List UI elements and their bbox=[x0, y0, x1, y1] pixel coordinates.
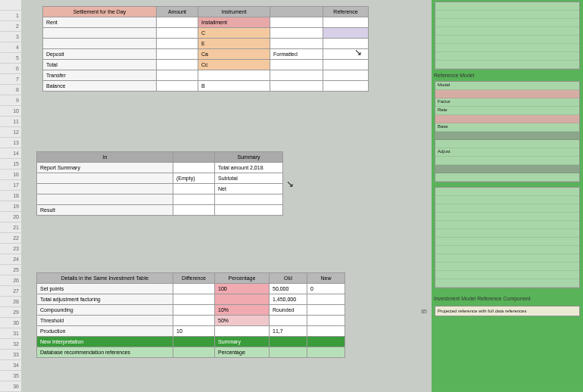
cell[interactable] bbox=[323, 17, 369, 28]
cell[interactable]: Rent bbox=[43, 17, 157, 28]
side-row[interactable] bbox=[435, 213, 579, 221]
cell[interactable] bbox=[270, 17, 323, 28]
cell[interactable]: 50,000 bbox=[270, 284, 307, 294]
side-row[interactable] bbox=[435, 221, 579, 229]
cell[interactable] bbox=[173, 284, 215, 294]
row-header[interactable]: 33 bbox=[0, 350, 21, 360]
row-header[interactable]: 26 bbox=[0, 275, 21, 286]
row-header[interactable]: 4 bbox=[0, 42, 21, 53]
cell[interactable]: Set points bbox=[37, 284, 173, 294]
row-header[interactable]: 7 bbox=[0, 74, 21, 85]
cell[interactable]: Net bbox=[215, 184, 283, 194]
cell[interactable] bbox=[307, 316, 345, 326]
side-row[interactable] bbox=[435, 11, 579, 19]
cell[interactable]: Compounding bbox=[37, 305, 173, 316]
cell[interactable]: C bbox=[198, 28, 270, 39]
cell[interactable]: Rounded bbox=[270, 305, 307, 316]
cell[interactable] bbox=[323, 28, 369, 39]
cell[interactable] bbox=[270, 39, 323, 49]
side-row[interactable] bbox=[435, 27, 579, 36]
row-header[interactable]: 14 bbox=[0, 148, 21, 159]
row-header[interactable]: 22 bbox=[0, 233, 21, 244]
cell[interactable] bbox=[198, 70, 270, 81]
side-row[interactable] bbox=[435, 173, 579, 182]
side-row[interactable] bbox=[435, 90, 579, 98]
cell[interactable] bbox=[173, 194, 215, 205]
cell[interactable]: Installment bbox=[198, 17, 270, 28]
cell[interactable] bbox=[307, 347, 345, 358]
side-row[interactable]: Model bbox=[435, 82, 579, 90]
cell[interactable] bbox=[157, 60, 198, 70]
cell[interactable]: E bbox=[198, 39, 270, 49]
row-header[interactable]: 24 bbox=[0, 254, 21, 265]
cell[interactable] bbox=[43, 39, 157, 49]
cell[interactable]: Threshold bbox=[37, 316, 173, 326]
side-row[interactable] bbox=[435, 36, 579, 44]
cell[interactable] bbox=[270, 316, 307, 326]
cell[interactable] bbox=[270, 347, 307, 358]
cell[interactable] bbox=[173, 316, 215, 326]
side-block-2[interactable]: ModelFactorRateBaseAdjust bbox=[435, 81, 580, 182]
row-header[interactable]: 6 bbox=[0, 64, 21, 74]
row-header[interactable]: 13 bbox=[0, 138, 21, 148]
cell[interactable] bbox=[157, 39, 198, 49]
cell[interactable] bbox=[173, 294, 215, 305]
cell[interactable] bbox=[43, 28, 157, 39]
cell[interactable] bbox=[173, 163, 215, 173]
side-row[interactable]: Rate bbox=[435, 107, 579, 115]
row-header[interactable]: 25 bbox=[0, 265, 21, 275]
row-header[interactable]: 19 bbox=[0, 201, 21, 212]
row-header[interactable]: 28 bbox=[0, 297, 21, 307]
side-row[interactable] bbox=[435, 229, 579, 238]
side-row[interactable]: Adjust bbox=[435, 148, 579, 157]
cell[interactable]: Formatted bbox=[270, 49, 323, 60]
cell[interactable] bbox=[157, 70, 198, 81]
row-header[interactable]: 21 bbox=[0, 222, 21, 233]
cell[interactable] bbox=[157, 17, 198, 28]
cell[interactable] bbox=[270, 28, 323, 39]
cell[interactable] bbox=[37, 184, 173, 194]
side-row[interactable] bbox=[435, 115, 579, 123]
cell[interactable]: Cc bbox=[198, 60, 270, 70]
row-header[interactable] bbox=[0, 0, 21, 11]
cell[interactable] bbox=[157, 49, 198, 60]
row-header[interactable]: 3 bbox=[0, 32, 21, 42]
side-row[interactable] bbox=[435, 165, 579, 173]
side-row[interactable] bbox=[435, 254, 579, 263]
cell[interactable]: Production bbox=[37, 326, 173, 337]
cell[interactable]: Database recommendation references bbox=[37, 347, 173, 358]
row-header[interactable]: 5 bbox=[0, 53, 21, 64]
side-row[interactable] bbox=[435, 279, 579, 288]
side-row[interactable] bbox=[435, 52, 579, 61]
cell[interactable] bbox=[215, 194, 283, 205]
cell[interactable]: Subtotal bbox=[215, 173, 283, 184]
cell[interactable] bbox=[173, 305, 215, 316]
table-summary[interactable]: In Summary Report SummaryTotal amount 2,… bbox=[36, 151, 283, 216]
side-row[interactable] bbox=[435, 44, 579, 52]
cell[interactable] bbox=[37, 173, 173, 184]
row-header[interactable]: 27 bbox=[0, 286, 21, 297]
side-row[interactable] bbox=[435, 196, 579, 204]
side-row[interactable] bbox=[435, 263, 579, 271]
cell[interactable]: 1,450,000 bbox=[270, 294, 307, 305]
side-row[interactable] bbox=[435, 157, 579, 165]
row-header[interactable]: 1 bbox=[0, 11, 21, 21]
row-header[interactable]: 36 bbox=[0, 381, 21, 392]
side-row[interactable] bbox=[435, 19, 579, 27]
side-row[interactable] bbox=[435, 2, 579, 11]
cell[interactable] bbox=[173, 184, 215, 194]
side-row[interactable] bbox=[435, 238, 579, 246]
cell[interactable] bbox=[307, 305, 345, 316]
cell[interactable] bbox=[307, 326, 345, 337]
row-header[interactable]: 18 bbox=[0, 191, 21, 201]
row-header[interactable]: 16 bbox=[0, 170, 21, 180]
row-header[interactable]: 35 bbox=[0, 371, 21, 381]
cell[interactable] bbox=[173, 205, 215, 216]
cell[interactable] bbox=[270, 70, 323, 81]
row-header[interactable]: 32 bbox=[0, 339, 21, 350]
cell[interactable]: Total amount 2,018 bbox=[215, 163, 283, 173]
cell[interactable] bbox=[173, 347, 215, 358]
cell[interactable]: 10 bbox=[173, 326, 215, 337]
cell[interactable]: B bbox=[198, 81, 270, 92]
row-header[interactable]: 9 bbox=[0, 95, 21, 106]
